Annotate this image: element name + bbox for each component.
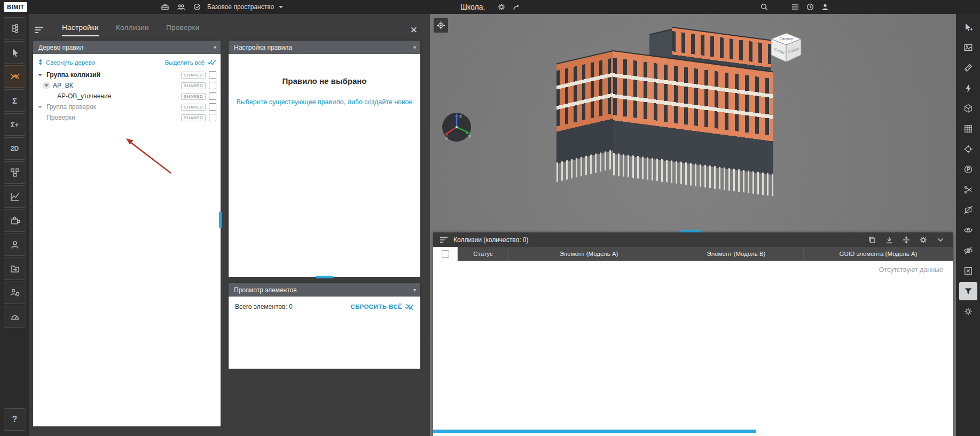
user-account-icon[interactable] [819,2,831,12]
rule-settings-title: Настройка правила [234,44,413,51]
select-plus-icon[interactable] [959,18,977,36]
sum-icon[interactable]: Σ [4,89,26,112]
shared-badge: SHARED [181,82,206,89]
workspace-selector[interactable]: Базовое пространство [207,0,284,14]
collapse-tree-link[interactable]: Свернуть дерево [37,59,95,66]
shared-badge: SHARED [181,104,206,111]
sum-plus-icon[interactable]: Σ+ [4,113,26,136]
view-2d-icon[interactable]: 2D [4,137,26,160]
panel-resize-handle-vertical[interactable] [219,212,222,228]
tree-item-checkbox[interactable] [209,103,216,111]
tree-item-collision-group[interactable]: Группа коллизий SHARED [33,69,221,80]
collapse-chevron-icon[interactable] [935,234,946,246]
eye-icon[interactable] [959,221,977,239]
tree-item-checks-group[interactable]: Группа проверок SHARED [33,102,221,112]
plugins-puzzle-icon[interactable] [4,209,26,232]
tree-item-checkbox[interactable] [209,114,216,121]
locate-target-icon[interactable] [959,140,977,158]
reset-all-link[interactable]: СБРОСИТЬ ВСЁ [350,303,414,310]
import-to-line-icon[interactable] [883,234,895,246]
elements-summary-row: Всего элементов: 0 СБРОСИТЬ ВСЁ [229,297,420,310]
dashboard-gauge-icon[interactable] [4,306,26,328]
sync-space-icon[interactable] [191,2,203,12]
tree-item-label: АР_ВК [53,82,73,89]
grid-table-icon[interactable] [959,120,977,138]
collision-check-icon[interactable] [4,65,26,88]
model-tree-icon[interactable] [4,17,26,40]
history-icon[interactable] [804,2,816,12]
ruler-icon[interactable] [959,59,977,77]
chevron-down-icon[interactable] [36,103,44,111]
tree-item-ar-vk[interactable]: АР_ВК SHARED [33,80,221,91]
circle-p-icon[interactable] [959,160,977,178]
chevron-down-icon: ▾ [413,287,416,293]
select-cursor-icon[interactable] [4,41,26,64]
tab-checks[interactable]: Проверки [166,24,200,36]
tree-item-checkbox[interactable] [209,92,216,100]
share-icon[interactable] [511,2,522,12]
tree-item-checks[interactable]: Проверки SHARED [33,112,221,123]
axis-y-label: Y [468,134,472,139]
graph-chart-icon[interactable] [4,185,26,208]
search-icon[interactable] [758,2,770,12]
progress-bar [433,430,756,433]
chevron-down-icon[interactable] [43,82,50,89]
tree-menu-icon[interactable] [33,25,45,35]
tab-settings[interactable]: Настройки [62,24,99,36]
help-icon[interactable]: ? [4,408,26,431]
project-settings-gear-icon[interactable] [496,2,507,12]
eye-off-icon[interactable] [959,242,977,260]
align-center-icon[interactable] [900,234,912,246]
top-bar: BIMIT Базовое пространство Школа. [0,0,980,14]
view-cube-top-label: Сверху [779,37,794,41]
panel-tab-bar: Настройки Коллизии Проверки ✕ [33,21,421,38]
select-all-label: Выделить всё [165,59,205,66]
tree-item-checkbox[interactable] [209,82,216,89]
panel-resize-handle-horizontal[interactable] [316,276,333,278]
gear-icon[interactable] [959,302,977,321]
settings-gear-icon[interactable] [918,234,929,246]
tree-item-checkbox[interactable] [209,71,216,79]
user-location-icon[interactable] [4,282,26,304]
collisions-panel: Коллизии (количество: 0) Статус Элемент … [433,232,953,436]
building-model[interactable] [545,27,793,203]
focus-model-button[interactable] [434,18,448,33]
viewport-3d[interactable]: Сверху Слева Сзади Z X Y Коллизии (колич… [430,14,956,436]
elements-view-panel: Просмотр элементов ▾ Всего элементов: 0 … [229,283,420,369]
toolbox-icon[interactable] [159,2,171,12]
app-logo[interactable]: BIMIT [4,2,27,12]
chevron-down-icon[interactable] [36,71,44,79]
list-tree-icon[interactable] [440,236,448,244]
collisions-table-body: Отсутствуют данные [433,261,953,433]
select-all-link[interactable]: Выделить всё [165,59,216,66]
list-menu-icon[interactable] [789,2,801,12]
rule-empty-hint[interactable]: Выберите существующее правило, либо созд… [229,98,420,106]
close-icon[interactable]: ✕ [410,26,418,35]
shared-badge: SHARED [181,114,206,121]
duplicate-icon[interactable] [866,234,878,246]
section-plane-icon[interactable] [959,201,977,219]
select-all-checkbox[interactable] [442,250,449,258]
team-icon[interactable] [175,2,187,12]
collisions-header: Коллизии (количество: 0) [433,232,953,247]
view-cube[interactable]: Сверху Слева Сзади [765,29,807,66]
images-icon[interactable] [959,38,977,57]
scheme-nodes-icon[interactable] [4,161,26,184]
reset-all-label: СБРОСИТЬ ВСЁ [350,303,402,310]
filter-icon[interactable] [959,282,977,300]
rule-settings-header[interactable]: Настройка правила ▾ [229,41,420,54]
tree-item-ar-ov[interactable]: АР-ОВ_уточнение SHARED [33,91,221,102]
shared-folder-icon[interactable] [4,258,26,280]
axis-gizmo[interactable]: Z X Y [441,111,473,143]
user-icon[interactable] [4,233,26,256]
elements-view-header[interactable]: Просмотр элементов ▾ [229,283,420,297]
rules-tree-header[interactable]: Дерево правил ▾ [33,41,221,54]
lightning-icon[interactable] [959,79,977,97]
chevron-down-icon: ▾ [413,44,416,50]
section-box-icon[interactable] [959,99,977,118]
tree-item-label: АР-ОВ_уточнение [57,92,111,100]
scissors-icon[interactable] [959,181,977,199]
tab-collisions[interactable]: Коллизии [116,24,149,36]
close-square-icon[interactable] [959,262,977,280]
collisions-empty-text: Отсутствуют данные [879,266,943,274]
